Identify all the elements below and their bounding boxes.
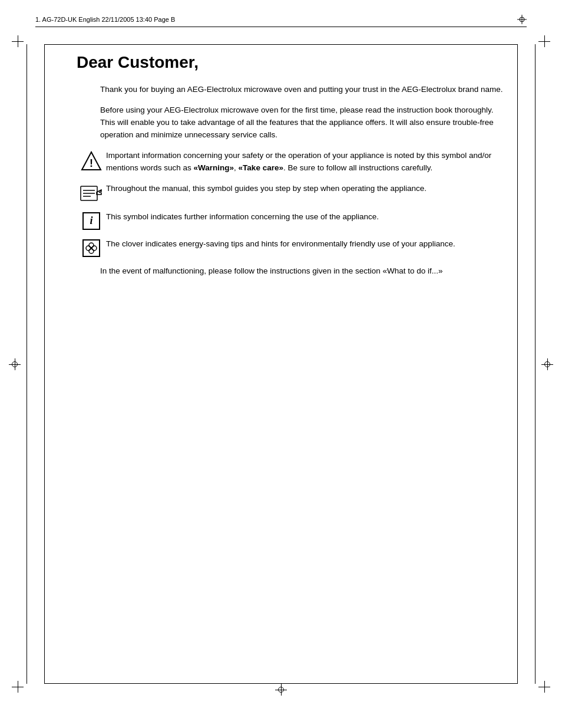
hand-icon-cell [77, 183, 106, 203]
info-box-icon: i [82, 212, 100, 230]
icon-row-warning: ! Important information concerning your … [77, 150, 503, 174]
closing-paragraph: In the event of malfunctioning, please f… [100, 265, 503, 278]
side-line-right [535, 44, 535, 684]
corner-mark-tr [538, 35, 550, 47]
info-text: This symbol indicates further informatio… [106, 211, 503, 223]
clover-icon-cell [77, 238, 106, 257]
hand-pointing-icon [80, 184, 103, 203]
svg-text:!: ! [90, 157, 93, 169]
page-title: Dear Customer, [77, 53, 503, 72]
clover-box-icon [82, 239, 100, 257]
main-content: Dear Customer, Thank you for buying an A… [77, 53, 503, 277]
crosshair-bottom [275, 684, 287, 696]
svg-point-13 [90, 247, 92, 249]
info-icon-cell: i [77, 211, 106, 230]
svg-point-11 [86, 246, 91, 251]
hand-text: Throughout the manual, this symbol guide… [106, 183, 503, 195]
svg-point-9 [89, 243, 94, 248]
icon-row-info: i This symbol indicates further informat… [77, 211, 503, 230]
warning-icon-cell: ! [77, 150, 106, 171]
page-crosshair-icon [517, 15, 527, 24]
warning-text: Important information concerning your sa… [106, 150, 503, 174]
header-bar: 1. AG-72D-UK English 22/11/2005 13:40 Pa… [35, 15, 527, 27]
crosshair-right [541, 358, 553, 370]
icon-row-clover: The clover indicates energy-saving tips … [77, 238, 503, 257]
svg-point-10 [89, 249, 94, 253]
corner-mark-bl [12, 681, 24, 693]
side-line-left [27, 44, 27, 684]
corner-mark-br [538, 681, 550, 693]
intro-paragraph-1: Thank you for buying an AEG-Electrolux m… [100, 84, 503, 96]
clover-text: The clover indicates energy-saving tips … [106, 238, 503, 251]
svg-point-12 [92, 246, 97, 251]
intro-paragraph-2: Before using your AEG-Electrolux microwa… [100, 104, 503, 141]
warning-triangle-icon: ! [81, 151, 102, 171]
clover-icon [85, 242, 98, 255]
icon-row-hand: Throughout the manual, this symbol guide… [77, 183, 503, 203]
crosshair-left [9, 358, 21, 370]
header-text: 1. AG-72D-UK English 22/11/2005 13:40 Pa… [35, 16, 517, 23]
corner-mark-tl [12, 35, 24, 47]
